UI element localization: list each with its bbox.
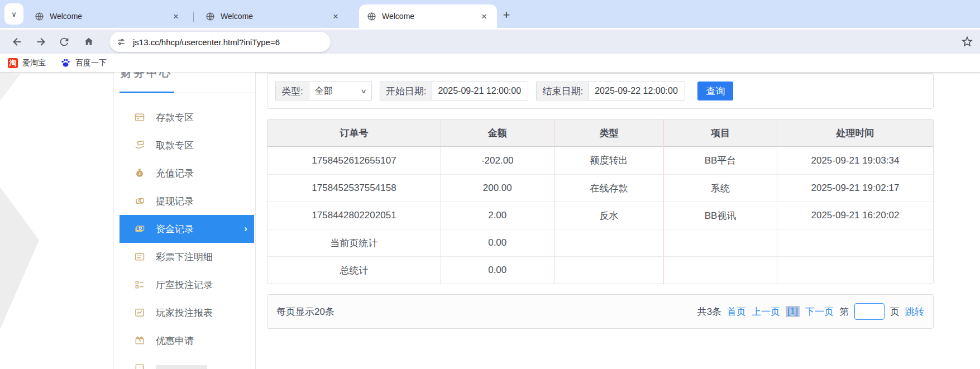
page-content: 财务中心 存款专区 取款专区 ¥ 充值记录 提现记录 [0, 72, 980, 369]
cell-empty [777, 256, 933, 284]
taobao-icon: 淘 [8, 58, 18, 68]
bookmark-taobao[interactable]: 淘 爱淘宝 [8, 58, 46, 68]
cell-time: 2025-09-21 19:02:17 [777, 174, 933, 202]
end-date-input[interactable] [589, 82, 685, 100]
sidebar-item-deposit-zone[interactable]: 存款专区 [114, 103, 255, 131]
current-page-indicator[interactable]: [1] [786, 306, 800, 317]
bookmark-label: 爱淘宝 [22, 58, 46, 68]
cell-empty [554, 256, 664, 284]
globe-icon [205, 12, 215, 21]
sidebar-item-label: 提现记录 [156, 195, 194, 208]
type-select-value: 全部 [315, 85, 333, 97]
cell-amount: 0.00 [441, 229, 554, 256]
pagination-bar: 每页显示20条 共3条 首页 上一页 [1] 下一页 第 页 跳转 [267, 294, 934, 329]
prev-page-link[interactable]: 上一页 [752, 305, 780, 318]
new-tab-button[interactable]: + [498, 7, 515, 23]
cell-time: 2025-09-21 16:20:02 [777, 202, 933, 229]
sidebar-item-withdraw-zone[interactable]: 取款专区 [114, 131, 255, 159]
main-panel: 类型: 全部 ∨ 开始日期: 结束日期: 查询 [267, 73, 934, 369]
sidebar-item-label: 厅室投注记录 [156, 279, 213, 291]
globe-icon [35, 12, 44, 21]
list-card-icon [134, 251, 145, 262]
pagination-controls: 共3条 首页 上一页 [1] 下一页 第 页 跳转 [697, 303, 924, 320]
cell-type: 在线存款 [554, 174, 664, 202]
cell-time: 2025-09-21 19:03:34 [777, 147, 933, 174]
sidebar-item-recharge-records[interactable]: ¥ 充值记录 [114, 159, 255, 187]
table-row: 1758442802202051 2.00 反水 BB视讯 2025-09-21… [267, 202, 933, 229]
arrow-left-icon [11, 36, 23, 48]
table-row-page-stats: 当前页统计 0.00 [267, 229, 933, 256]
sidebar-item-fund-records-active[interactable]: 资金记录 › [119, 215, 254, 243]
end-date-label: 结束日期: [536, 82, 589, 100]
filter-panel: 类型: 全部 ∨ 开始日期: 结束日期: 查询 [267, 73, 934, 109]
start-date-input[interactable] [432, 82, 528, 100]
deposit-card-icon [134, 112, 145, 123]
star-icon [961, 35, 973, 47]
column-header-type: 类型 [554, 119, 664, 147]
url-text: js13.cc/hhcp/usercenter.html?iniType=6 [133, 37, 280, 47]
tab-title: Welcome [50, 12, 82, 21]
address-bar[interactable]: js13.cc/hhcp/usercenter.html?iniType=6 [109, 32, 331, 52]
jump-action-link[interactable]: 跳转 [905, 305, 924, 318]
sidebar-item-withdrawal-records[interactable]: 提现记录 [114, 187, 255, 215]
reload-button[interactable] [58, 36, 71, 49]
cell-stat-label: 总统计 [267, 256, 441, 284]
type-label: 类型: [275, 82, 309, 100]
grid-list-icon [134, 279, 145, 290]
bookmarks-bar: 淘 爱淘宝 百度一下 [0, 54, 980, 72]
bookmark-baidu[interactable]: 百度一下 [60, 57, 107, 68]
globe-icon [367, 12, 376, 21]
browser-toolbar: js13.cc/hhcp/usercenter.html?iniType=6 [0, 28, 980, 54]
bookmark-label: 百度一下 [75, 58, 107, 68]
cell-empty [663, 229, 777, 256]
sidebar-item-label: 存款专区 [156, 111, 194, 124]
tab-search-button[interactable]: ∨ [4, 3, 23, 25]
sidebar-item-partial[interactable] [114, 354, 255, 369]
home-button[interactable] [83, 36, 96, 49]
tab-welcome-1[interactable]: Welcome × [27, 4, 189, 28]
cell-project: BB平台 [663, 147, 777, 174]
first-page-link[interactable]: 首页 [727, 305, 746, 318]
column-header-amount: 金额 [441, 119, 554, 147]
chevron-down-icon: ∨ [11, 10, 17, 18]
sidebar-item-hall-bet-records[interactable]: 厅室投注记录 [114, 271, 255, 299]
cell-order-no: 1758452612655107 [267, 147, 441, 174]
type-select[interactable]: 全部 ∨ [309, 82, 372, 100]
next-page-link[interactable]: 下一页 [805, 305, 834, 318]
fund-money-icon [134, 223, 145, 234]
end-date-group: 结束日期: [536, 82, 685, 100]
sidebar-item-lottery-bet-details[interactable]: 彩票下注明细 [114, 243, 255, 271]
page-jump-input[interactable] [854, 303, 885, 320]
sidebar-item-player-bet-report[interactable]: 玩家投注报表 [114, 299, 255, 327]
back-button[interactable] [11, 36, 25, 49]
cell-amount: -202.00 [441, 147, 554, 174]
cell-project: 系统 [663, 174, 777, 202]
forward-button[interactable] [35, 36, 48, 49]
reload-icon [58, 36, 70, 48]
chart-report-icon [134, 307, 145, 318]
close-icon[interactable]: × [479, 12, 489, 21]
type-filter-group: 类型: 全部 ∨ [275, 82, 372, 100]
tab-welcome-3-active[interactable]: Welcome × [359, 4, 497, 28]
cell-amount: 0.00 [441, 256, 554, 284]
close-icon[interactable]: × [171, 12, 181, 21]
hand-money-icon [134, 140, 145, 151]
chevron-down-icon: ∨ [360, 88, 366, 95]
bookmark-star-button[interactable] [961, 35, 973, 47]
tab-welcome-2[interactable]: Welcome × [198, 4, 348, 28]
cell-empty [554, 229, 664, 256]
jump-prefix-label: 第 [839, 305, 849, 318]
search-button[interactable]: 查询 [697, 82, 733, 100]
chevron-right-icon: › [244, 223, 247, 234]
arrow-right-icon [35, 36, 47, 48]
sidebar-menu: 存款专区 取款专区 ¥ 充值记录 提现记录 资金记录 › [114, 103, 255, 369]
table-header-row: 订单号 金额 类型 项目 处理时间 [267, 119, 933, 147]
close-icon[interactable]: × [331, 12, 341, 21]
tab-strip: ∨ Welcome × Welcome × Welcome × + [0, 0, 980, 28]
tab-divider [193, 12, 194, 22]
site-info-icon[interactable] [116, 37, 126, 47]
sidebar-item-promo-application[interactable]: 优惠申请 [114, 327, 255, 354]
tab-title: Welcome [221, 12, 253, 21]
baidu-paw-icon [60, 57, 71, 68]
gift-icon [134, 335, 145, 346]
